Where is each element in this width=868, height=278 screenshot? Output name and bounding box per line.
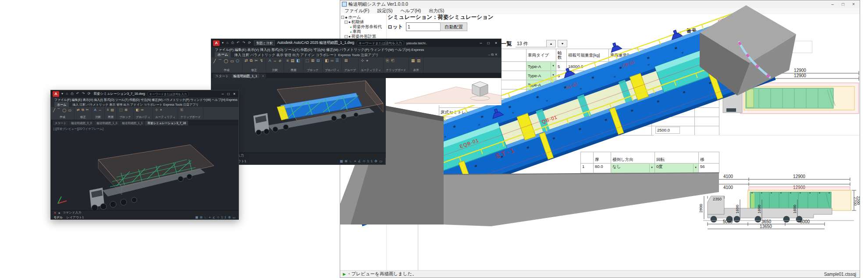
svg-text:4100: 4100	[723, 174, 733, 179]
app-title-bar[interactable]: 輸送明細システム Ver1.0.0.0 – □ ×	[340, 0, 860, 8]
load-table-header: 厚 横倒し方向 回転 移	[580, 152, 719, 164]
dropdown-arrow-icon[interactable]: ▾	[649, 164, 654, 172]
col-move: 移	[699, 152, 719, 164]
col-weight: 車両重量[kg]	[609, 49, 652, 62]
play-icon[interactable]: ▶	[343, 272, 346, 276]
quick-access-toolbar[interactable]: ▾ ⌂ ⎙ ↶ ↷ ⟳	[222, 41, 252, 45]
dropdown-arrow-icon[interactable]: ▾	[551, 127, 555, 135]
trailer-deck-side	[708, 208, 832, 218]
doc-window-controls[interactable]: – ⧉ ✕	[488, 53, 498, 57]
col-thickness: 厚	[594, 152, 611, 164]
dropdown-arrow-icon[interactable]: ▾	[551, 108, 555, 116]
vehicle-type-select[interactable]: Type-A▾	[526, 89, 556, 99]
node-icon: ■	[349, 35, 350, 38]
acad-canvas[interactable]: [-][荷姿プレビュー][2Dワイヤフレーム]	[51, 125, 238, 210]
col-vehicle-type: 車両タイプ	[526, 49, 556, 62]
pane-divider	[418, 189, 418, 271]
maximize-button[interactable]: □	[838, 0, 848, 8]
dropdown-arrow-icon[interactable]: ▾	[551, 81, 555, 89]
dropdown-arrow-icon[interactable]: ▾	[551, 90, 555, 98]
table-row: 1 80.0 なし▾ 0度▾ 56	[580, 164, 719, 173]
close-button[interactable]: ×	[848, 0, 859, 8]
vehicle-type-select[interactable]: Type-A▾	[526, 117, 556, 126]
scrollbar-thumb[interactable]	[423, 207, 475, 211]
ribbon-tab-home[interactable]: ホーム	[215, 52, 231, 57]
command-line[interactable]: ✕▸コマンド入力	[51, 210, 238, 215]
rotation-select[interactable]: 0度▾	[655, 164, 699, 173]
model-tab[interactable]: モデル	[53, 215, 63, 220]
file-tab[interactable]: 輸送明細図_1_1	[120, 121, 145, 125]
menu-output[interactable]: 出力(S)	[429, 8, 444, 14]
horizontal-scrollbar[interactable]	[422, 207, 547, 211]
dropdown-arrow-icon[interactable]: ▾	[551, 118, 555, 125]
autocad-logo-icon[interactable]: A	[213, 40, 220, 46]
svg-text:12900: 12900	[793, 174, 805, 179]
tree-item-margin[interactable]: ● 荷姿外形余裕代	[341, 25, 386, 29]
svg-text:5000: 5000	[723, 219, 733, 224]
minimize-button[interactable]: –	[827, 0, 838, 8]
tilt-select[interactable]: なし▾	[611, 164, 655, 173]
search-input[interactable]: キーワードまたは語句を入力	[147, 91, 189, 96]
acad-menu-bar[interactable]: ファイル(F) 編集(E) 表示(V) 挿入(I) 形式(O) ツール(T) 作…	[211, 47, 501, 52]
svg-text:5000: 5000	[800, 219, 810, 224]
load-side	[750, 192, 831, 209]
menu-settings[interactable]: 設定(S)	[377, 8, 392, 14]
vehicle-type-select[interactable]: Type-A▾	[526, 62, 556, 71]
quick-access-toolbar[interactable]: ▾ ⌂ ⎙ ↶ ↷ ⟳	[61, 92, 91, 96]
svg-text:12900: 12900	[794, 73, 806, 78]
node-icon: ■	[349, 21, 350, 24]
ribbon-tabs-rest[interactable]: 挿入 注釈 パラメトリック 表示 管理 出力 アドイン コラボレート Expre…	[72, 103, 199, 107]
file-tabs: スタート 輸送明細図_0_0 輸送明細図_1_0 輸送明細図_1_1 荷姿シミュ…	[51, 120, 238, 125]
window-controls[interactable]: – □ ×	[480, 41, 499, 45]
vehicle-type-select[interactable]: Type-A▾	[526, 71, 556, 80]
acad-menu-bar[interactable]: ファイル(F) 編集(E) 表示(V) 挿入(I) 形式(O) ツール(T) 作…	[51, 97, 238, 102]
file-tab-active[interactable]: 荷姿シミュレーション3_7_16	[145, 121, 188, 125]
layout-tab[interactable]: レイアウト1	[67, 215, 84, 220]
dropdown-arrow-icon[interactable]: ▾	[551, 71, 555, 79]
table-cell-fragment: 2500.0	[655, 127, 680, 134]
dropdown-arrow-icon[interactable]: ▾	[693, 164, 698, 172]
file-tab[interactable]: 輸送明細図_1_0	[94, 121, 119, 125]
search-input[interactable]: キーワードまたは語句を入力	[356, 40, 404, 46]
collapse-icon[interactable]: −	[341, 16, 344, 19]
acad-title-bar[interactable]: A ▾ ⌂ ⎙ ↶ ↷ ⟳ 荷姿シミュレーション3_7_16.dwg キーワード…	[51, 90, 238, 97]
collapse-icon[interactable]: −	[345, 21, 348, 24]
acad-canvas-white[interactable]	[386, 78, 502, 105]
svg-text:1600: 1600	[757, 205, 761, 214]
ribbon: ╱ ⌒ ◯ ▭ ⬠作成 ⇄ ⧉ ✂ ↯修正 A ↔ ⌀注釈 ≡ ▤ ◧画層 ⬚ …	[211, 57, 501, 73]
ribbon-tab-home[interactable]: ホーム	[54, 102, 69, 107]
window-controls[interactable]: – □ ×	[221, 92, 237, 96]
status-toggles[interactable]: ▦ ⊞ ∟ ⌖ ∠ ⊹ 1:1 ⚙ ▭	[340, 159, 383, 164]
dropdown-arrow-icon[interactable]: ▾	[551, 62, 555, 70]
plan-view-diagram: 12900 12900 2500	[719, 65, 861, 119]
status-toggles[interactable]: ▦ ⊞ ∟ ⌖ ∠ ⊹ 1:1 ⚙ ▭	[195, 216, 236, 219]
viewport-label[interactable]: [-][荷姿プレビュー][2Dワイヤフレーム]	[53, 127, 103, 131]
leaf-icon: ●	[350, 30, 352, 33]
vehicle-type-select[interactable]: Type-A▾	[526, 108, 556, 117]
ribbon-tabs-rest[interactable]: 挿入 注釈 パラメトリック 表示 管理 出力 アドイン コラボレート Expre…	[234, 53, 378, 57]
document-title: Autodesk AutoCAD 2025 輸送明細図_1_1.dwg	[277, 40, 354, 46]
workspace-select[interactable]: 製図と注釈	[254, 40, 275, 46]
menu-help[interactable]: ヘルプ(H)	[400, 8, 421, 14]
sort-up-button[interactable]: ▲	[546, 40, 556, 47]
autocad-logo-icon[interactable]: A	[53, 91, 59, 97]
user-account[interactable]: yasuda.taichi..	[406, 41, 427, 45]
load-table: 厚 横倒し方向 回転 移 1 80.0 なし▾ 0度▾ 56	[580, 152, 719, 173]
acad-title-bar[interactable]: A ▾ ⌂ ⎙ ↶ ↷ ⟳ 製図と注釈 Autodesk AutoCAD 202…	[211, 39, 501, 47]
file-tab[interactable]: 輸送明細図_0_0	[69, 121, 94, 125]
auto-place-button[interactable]: 自動配置	[440, 22, 467, 31]
vehicle-type-select[interactable]: Type-A▾	[526, 80, 556, 89]
svg-text:2800: 2800	[700, 204, 703, 213]
dropdown-arrow-icon[interactable]: ▾	[551, 99, 555, 107]
collapse-icon[interactable]: −	[345, 35, 348, 38]
autocad-window-left: A ▾ ⌂ ⎙ ↶ ↷ ⟳ 荷姿シミュレーション3_7_16.dwg キーワード…	[50, 90, 239, 220]
col-tilt-direction: 横倒し方向	[611, 152, 655, 164]
vehicle-type-select[interactable]: Type-A▾	[526, 126, 556, 135]
sort-down-button[interactable]: ▼	[558, 40, 567, 47]
svg-text:2700: 2700	[853, 197, 857, 206]
output-button[interactable]: 出力	[762, 41, 812, 53]
vehicle-type-select[interactable]: Type-A▾	[526, 99, 556, 108]
menu-file[interactable]: ファイル(F)	[345, 8, 369, 14]
col-strap: 固定縛具重量[kg]	[652, 49, 695, 62]
file-tab[interactable]: スタート	[53, 121, 68, 125]
